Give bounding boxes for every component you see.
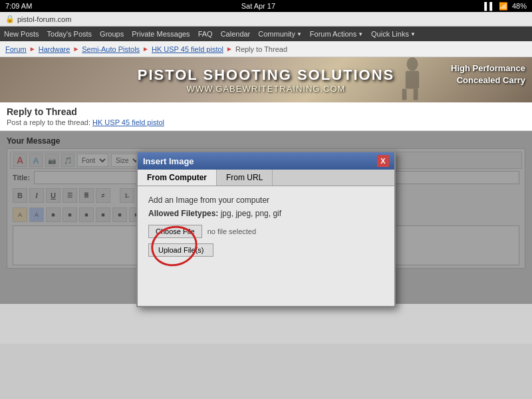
page-subtitle: Post a reply to the thread: HK USP 45 fi…	[7, 118, 525, 126]
nav-quick-links[interactable]: Quick Links ▼	[371, 30, 416, 38]
nav-todays-posts[interactable]: Today's Posts	[47, 30, 92, 38]
dialog-body: Add an Image from your computer Allowed …	[138, 186, 394, 306]
breadcrumb: Forum ► Hardware ► Semi-Auto Pistols ► H…	[0, 41, 532, 57]
status-date: Sat Apr 17	[241, 2, 275, 10]
lock-icon: 🔒	[5, 15, 15, 23]
page-title: Reply to Thread	[7, 106, 525, 117]
bc-arrow-4: ►	[226, 45, 233, 53]
bc-arrow-1: ►	[29, 45, 36, 53]
wifi-icon: 📶	[499, 2, 508, 11]
nav-bar: New Posts Today's Posts Groups Private M…	[0, 27, 532, 41]
bc-current: Reply to Thread	[235, 45, 287, 53]
dialog-title: Insert Image	[143, 156, 194, 166]
upload-btn-row: Upload File(s)	[148, 243, 384, 257]
banner-tagline-line2: Concealed Carry	[457, 75, 525, 85]
url-bar: 🔒 pistol-forum.com	[0, 12, 532, 27]
filetypes-label: Allowed Filetypes:	[148, 209, 218, 218]
svg-point-0	[407, 57, 418, 70]
banner: PISTOL SHOOTING SOLUTIONS WWW.GABEWRITET…	[0, 57, 532, 102]
svg-rect-3	[414, 89, 418, 100]
banner-silhouette-svg	[392, 57, 432, 102]
tab-from-url[interactable]: From URL	[217, 170, 273, 186]
nav-new-posts[interactable]: New Posts	[4, 30, 39, 38]
status-time: 7:09 AM	[5, 2, 32, 10]
bc-semi-auto[interactable]: Semi-Auto Pistols	[82, 45, 140, 53]
modal-overlay: Insert Image X From Computer From URL Ad…	[0, 131, 532, 304]
main-area: Your Message A A 📷 🎵 Font Size Title: B …	[0, 131, 532, 304]
page-content: Reply to Thread Post a reply to the thre…	[0, 102, 532, 131]
bc-forum[interactable]: Forum	[5, 45, 27, 53]
banner-tagline: High Performance Concealed Carry	[451, 63, 525, 86]
status-bar: 7:09 AM Sat Apr 17 ▌▌ 📶 48%	[0, 0, 532, 12]
dialog-tabs: From Computer From URL	[138, 170, 394, 186]
dialog-close-button[interactable]: X	[377, 155, 389, 167]
banner-title: PISTOL SHOOTING SOLUTIONS	[138, 66, 395, 84]
tab-from-computer[interactable]: From Computer	[138, 170, 217, 186]
insert-image-dialog: Insert Image X From Computer From URL Ad…	[136, 151, 396, 307]
nav-private-messages[interactable]: Private Messages	[132, 30, 190, 38]
signal-icon: ▌▌	[484, 2, 495, 10]
bottom-area	[0, 304, 532, 344]
url-text: pistol-forum.com	[17, 15, 71, 23]
bc-arrow-3: ►	[142, 45, 149, 53]
svg-rect-1	[406, 70, 419, 88]
nav-forum-actions[interactable]: Forum Actions ▼	[310, 30, 363, 38]
nav-groups[interactable]: Groups	[100, 30, 124, 38]
filetypes-value: jpg, jpeg, png, gif	[221, 209, 281, 218]
thread-link[interactable]: HK USP 45 field pistol	[92, 118, 164, 126]
choose-file-button[interactable]: Choose File	[148, 225, 202, 238]
banner-tagline-line1: High Performance	[451, 63, 525, 73]
dialog-line1-text: Add an Image from your computer	[148, 196, 269, 205]
nav-faq[interactable]: FAQ	[198, 30, 213, 38]
subtitle-prefix: Post a reply to the thread:	[7, 118, 90, 126]
nav-community[interactable]: Community ▼	[258, 30, 302, 38]
dialog-line1: Add an Image from your computer	[148, 196, 384, 205]
battery-indicator: 48%	[512, 2, 527, 10]
upload-button[interactable]: Upload File(s)	[148, 243, 213, 257]
banner-url: WWW.GABEWRITETRAINING.COM	[138, 84, 395, 94]
banner-text: PISTOL SHOOTING SOLUTIONS WWW.GABEWRITET…	[138, 66, 395, 94]
choose-file-row: Choose File no file selected	[148, 225, 384, 238]
dialog-filetypes: Allowed Filetypes: jpg, jpeg, png, gif	[148, 209, 384, 218]
bc-hardware[interactable]: Hardware	[39, 45, 70, 53]
svg-rect-2	[402, 89, 407, 100]
no-file-text: no file selected	[207, 227, 256, 235]
bc-thread-link[interactable]: HK USP 45 field pistol	[152, 45, 223, 53]
dialog-titlebar: Insert Image X	[138, 152, 394, 170]
nav-calendar[interactable]: Calendar	[221, 30, 251, 38]
bc-arrow-2: ►	[72, 45, 79, 53]
